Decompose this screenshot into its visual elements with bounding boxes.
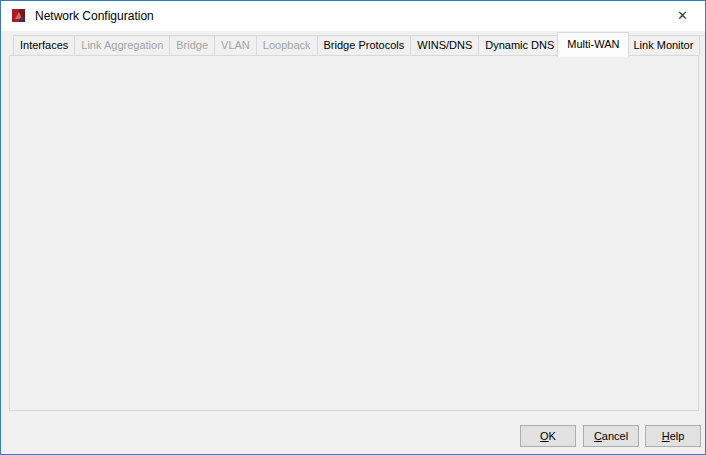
titlebar: Network Configuration ✕ (1, 1, 705, 31)
tab-link-aggregation: Link Aggregation (74, 35, 170, 55)
tab-vlan: VLAN (214, 35, 257, 55)
tab-bridge-protocols[interactable]: Bridge Protocols (317, 35, 412, 55)
network-configuration-dialog: Network Configuration ✕ Interfaces Link … (0, 0, 706, 455)
tab-multi-wan[interactable]: Multi-WAN (557, 32, 629, 57)
tab-loopback: Loopback (256, 35, 318, 55)
tab-interfaces[interactable]: Interfaces (13, 35, 75, 55)
window-title: Network Configuration (35, 9, 154, 23)
close-icon[interactable]: ✕ (660, 1, 705, 30)
tab-bridge: Bridge (169, 35, 215, 55)
tab-sd-wan[interactable]: SD-WAN (699, 35, 706, 55)
tab-strip: Interfaces Link Aggregation Bridge VLAN … (13, 32, 706, 56)
tab-wins-dns[interactable]: WINS/DNS (410, 35, 479, 55)
multi-wan-tab-panel (9, 55, 699, 411)
tab-dynamic-dns[interactable]: Dynamic DNS (478, 35, 561, 55)
tab-link-monitor[interactable]: Link Monitor (626, 35, 700, 55)
ok-button[interactable]: OK (520, 425, 576, 447)
cancel-button[interactable]: Cancel (583, 425, 639, 447)
help-button[interactable]: Help (645, 425, 701, 447)
app-icon (11, 8, 27, 24)
